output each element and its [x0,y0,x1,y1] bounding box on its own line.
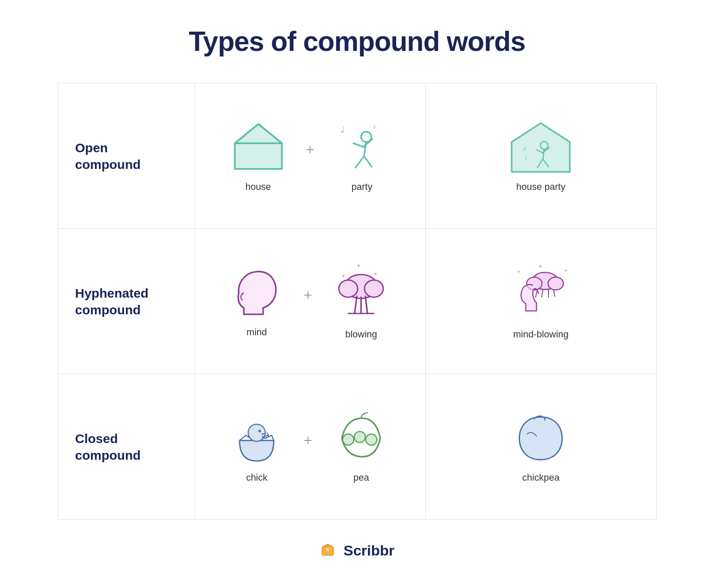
svg-line-25 [355,296,357,313]
mind-icon [231,265,282,321]
svg-point-24 [364,280,383,297]
open-compound-label-cell: Open compound [58,83,195,229]
house-party-icon: ♪ ♩ [507,120,575,175]
chickpea-label: chickpea [522,472,560,483]
hyphenated-compound-label-cell: Hyphenated compound [58,229,195,374]
closed-compound-parts-cell: chick + pea [195,374,426,520]
scribbr-logo-icon [320,541,338,560]
blowing-label: blowing [345,329,377,340]
page-title: Types of compound words [189,26,525,57]
chickpea-icon [511,411,571,466]
svg-text:♩: ♩ [341,125,344,134]
svg-text:+: + [564,268,567,274]
plus-sign-1: + [306,141,314,159]
mind-icon-group: mind [231,265,282,338]
house-label: house [246,181,271,192]
chick-icon [231,411,282,466]
blowing-icon: + + + [333,263,389,323]
svg-text:+: + [342,273,345,279]
svg-text:+: + [357,263,361,269]
open-compound-label: Open compound [75,139,141,173]
house-icon-group: house [231,120,286,192]
svg-text:♩: ♩ [524,154,527,160]
svg-line-38 [554,290,555,296]
svg-line-9 [364,156,372,167]
svg-point-39 [248,424,265,441]
plus-sign-3: + [304,431,312,449]
hyphenated-compound-parts-cell: mind + + + + blowing [195,229,426,374]
svg-point-40 [258,430,261,432]
compound-words-grid: Open compound house + ♩ ♪ [58,83,657,520]
svg-text:+: + [374,271,377,277]
svg-text:+: + [517,269,520,275]
pea-icon-group: pea [333,411,389,483]
closed-compound-label: Closed compound [75,430,141,464]
svg-text:♪: ♪ [523,145,526,152]
pea-icon [333,411,389,466]
mind-blowing-icon: + + + [502,263,579,323]
svg-line-6 [353,143,365,148]
svg-text:+: + [539,263,542,269]
footer: Scribbr [320,541,394,560]
chick-icon-group: chick [231,411,282,483]
party-icon-group: ♩ ♪ party [334,120,390,192]
hyphenated-compound-label: Hyphenated compound [75,285,149,318]
mind-label: mind [246,327,267,338]
house-icon [231,120,286,175]
pea-label: pea [353,472,369,483]
brand-name: Scribbr [344,542,394,559]
chick-label: chick [246,472,267,483]
svg-rect-46 [326,548,329,551]
party-label: party [352,181,373,192]
svg-marker-0 [235,124,282,169]
svg-point-43 [366,434,377,445]
svg-line-36 [542,290,543,297]
svg-point-42 [354,431,365,443]
plus-sign-2: + [304,286,312,304]
party-icon: ♩ ♪ [334,120,390,175]
closed-compound-result-cell: chickpea [426,374,657,520]
svg-text:♪: ♪ [373,122,376,130]
mind-blowing-label: mind-blowing [513,329,569,340]
open-compound-result-cell: ♪ ♩ house party [426,83,657,229]
svg-point-34 [548,277,563,290]
svg-point-41 [343,434,354,445]
house-party-label: house party [516,181,566,192]
svg-line-27 [365,296,367,313]
closed-compound-label-cell: Closed compound [58,374,195,520]
blowing-icon-group: + + + blowing [333,263,389,340]
svg-point-23 [339,280,358,297]
open-compound-parts-cell: house + ♩ ♪ party [195,83,426,229]
svg-line-8 [356,156,364,168]
hyphenated-compound-result-cell: + + + mind-blowing [426,229,657,374]
